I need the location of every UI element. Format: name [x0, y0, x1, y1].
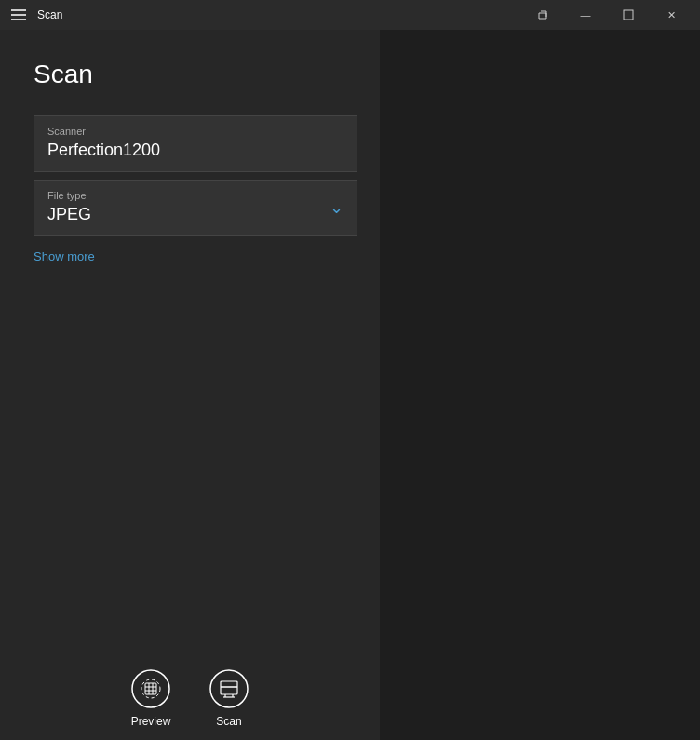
chevron-down-icon: ⌄ [330, 197, 343, 218]
preview-icon [130, 668, 171, 709]
title-bar-title: Scan [37, 8, 62, 21]
hamburger-icon[interactable] [11, 9, 26, 20]
title-bar: Scan — ✕ [0, 0, 700, 30]
close-button[interactable]: ✕ [650, 0, 693, 30]
filetype-label: File type [47, 190, 91, 201]
maximize-button[interactable] [607, 0, 650, 30]
right-panel [380, 30, 700, 740]
filetype-left: File type JPEG [47, 190, 91, 224]
svg-rect-9 [221, 681, 237, 694]
title-bar-controls: — ✕ [521, 0, 693, 30]
filetype-value: JPEG [47, 205, 91, 224]
scan-icon [209, 668, 249, 709]
scan-label: Scan [216, 715, 241, 728]
page-title: Scan [34, 60, 357, 89]
restore-button[interactable] [521, 0, 564, 30]
main-layout: Scan Scanner Perfection1200 File type JP… [0, 30, 700, 740]
filetype-dropdown[interactable]: File type JPEG ⌄ [34, 180, 357, 236]
bottom-bar: Preview Scan [0, 656, 380, 740]
svg-point-2 [141, 679, 160, 698]
scan-action[interactable]: Scan [209, 668, 249, 728]
scanner-label: Scanner [47, 126, 343, 137]
scanner-value: Perfection1200 [47, 141, 343, 160]
svg-rect-3 [145, 683, 156, 694]
left-panel: Scan Scanner Perfection1200 File type JP… [0, 30, 380, 740]
preview-label: Preview [131, 715, 171, 728]
scanner-field: Scanner Perfection1200 [34, 115, 357, 172]
svg-point-1 [132, 670, 169, 707]
svg-rect-0 [624, 10, 633, 20]
minimize-button[interactable]: — [564, 0, 607, 30]
show-more-link[interactable]: Show more [34, 249, 357, 263]
title-bar-left: Scan [11, 8, 62, 21]
preview-action[interactable]: Preview [130, 668, 171, 728]
svg-point-8 [210, 670, 248, 707]
